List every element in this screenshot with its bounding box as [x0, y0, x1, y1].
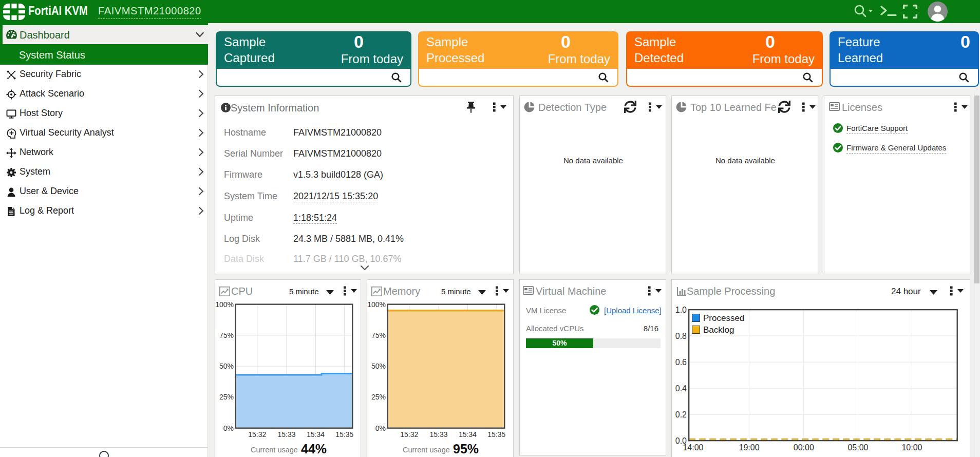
svg-text:0.6: 0.6	[675, 358, 687, 367]
svg-text:0.4: 0.4	[675, 384, 687, 393]
svg-text:15:32: 15:32	[400, 430, 418, 439]
svg-text:50%: 50%	[219, 362, 234, 370]
svg-text:75%: 75%	[219, 331, 234, 339]
svg-text:Current usage: Current usage	[251, 446, 298, 454]
svg-text:0%: 0%	[375, 424, 386, 432]
svg-text:0.2: 0.2	[675, 410, 687, 419]
svg-text:Processed: Processed	[703, 313, 744, 323]
svg-text:19:00: 19:00	[739, 443, 760, 452]
svg-text:15:32: 15:32	[248, 430, 266, 439]
svg-text:0.8: 0.8	[675, 332, 687, 340]
svg-text:15:33: 15:33	[277, 430, 295, 439]
svg-text:14:00: 14:00	[683, 443, 703, 452]
svg-text:15:35: 15:35	[335, 430, 353, 439]
svg-text:10:00: 10:00	[901, 443, 922, 452]
svg-text:Current usage: Current usage	[403, 446, 450, 454]
svg-text:0%: 0%	[223, 424, 234, 432]
svg-text:95%: 95%	[453, 442, 479, 456]
svg-text:15:35: 15:35	[487, 430, 505, 439]
svg-text:44%: 44%	[301, 442, 327, 456]
svg-text:100%: 100%	[215, 300, 234, 309]
svg-text:75%: 75%	[371, 331, 386, 339]
svg-text:1.0: 1.0	[675, 306, 687, 314]
svg-text:05:00: 05:00	[847, 443, 868, 452]
svg-text:25%: 25%	[371, 393, 386, 401]
svg-text:Backlog: Backlog	[703, 325, 734, 335]
svg-text:15:34: 15:34	[307, 430, 325, 439]
svg-text:15:34: 15:34	[459, 430, 477, 439]
svg-text:100%: 100%	[367, 300, 386, 309]
svg-text:25%: 25%	[219, 393, 234, 401]
svg-text:00:00: 00:00	[794, 443, 814, 452]
svg-text:50%: 50%	[371, 362, 386, 370]
svg-text:15:33: 15:33	[429, 430, 447, 439]
